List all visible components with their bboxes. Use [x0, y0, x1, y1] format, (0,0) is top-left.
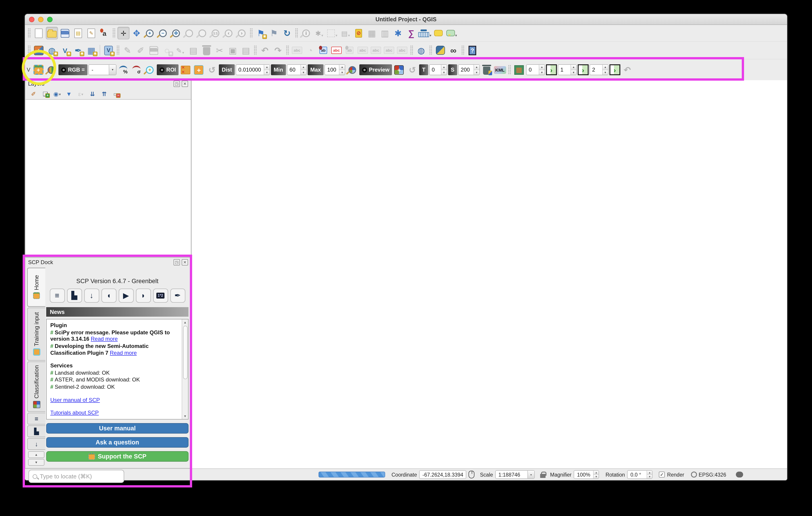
scroll-tabs-up-button[interactable]: ▲ — [28, 451, 45, 458]
step-down-icon[interactable]: ▼ — [301, 70, 306, 75]
lock-scale-icon[interactable] — [540, 474, 546, 478]
chevron-down-icon[interactable]: ▾ — [336, 33, 337, 39]
pan-to-selection-button[interactable]: ✥ — [130, 27, 143, 39]
chevron-down-icon[interactable]: ▾ — [348, 33, 350, 39]
create-roi-polygon-button[interactable]: ✕ ✕ — [180, 63, 192, 76]
toggle-editing-button[interactable]: ✐ — [135, 44, 147, 57]
close-panel-icon[interactable]: ✕ — [182, 81, 188, 87]
float-panel-icon[interactable]: ◳ — [174, 81, 180, 87]
rotate-label-button[interactable]: abc — [383, 44, 395, 57]
transparency-spin[interactable]: 0▲▼ — [429, 64, 447, 75]
chevron-down-icon[interactable]: ▾ — [81, 92, 83, 98]
zoom-native-button[interactable]: 1:1 — [209, 27, 222, 39]
map-tips-button[interactable] — [432, 27, 444, 39]
metasearch-button[interactable]: ◍ — [415, 44, 427, 57]
pan-map-button[interactable]: ✛ — [117, 27, 129, 39]
ask-question-button[interactable]: Ask a question — [46, 437, 188, 448]
redo-preview-button[interactable]: ↺ — [406, 63, 418, 76]
cumulative-stretch-button[interactable]: % — [117, 63, 129, 76]
support-scp-button[interactable]: Support the SCP — [46, 451, 188, 462]
news-link[interactable]: User manual of SCP — [50, 397, 100, 403]
toggle-unplaced-labels-button[interactable]: abc — [330, 44, 343, 57]
preprocessing-button[interactable]: ◖ — [101, 289, 116, 303]
user-manual-button[interactable]: User manual — [46, 423, 188, 433]
size-spin[interactable]: 200▲▼ — [458, 64, 480, 75]
open-layer-styling-icon[interactable]: ✐ — [29, 89, 38, 98]
new-virtual-layer-button[interactable]: V✱ — [103, 44, 115, 57]
filter-by-expression-icon[interactable]: ε▾ — [76, 89, 85, 98]
open-project-button[interactable] — [46, 27, 58, 39]
chevron-down-icon[interactable]: ▾ — [527, 471, 534, 478]
deselect-features-button[interactable]: ⊘ — [352, 27, 365, 39]
max-spin[interactable]: 100▲▼ — [324, 64, 345, 75]
go-band2-button[interactable]: › — [609, 64, 620, 75]
select-features-button[interactable]: ▾ — [326, 27, 339, 39]
filter-legend-icon[interactable]: ▼ — [64, 89, 74, 98]
new-preview-button[interactable]: + — [393, 63, 405, 76]
save-layer-edits-button[interactable] — [148, 44, 160, 57]
processing-toolbox-button[interactable]: ✱ — [392, 27, 404, 39]
zoom-to-selection-button[interactable] — [183, 27, 195, 39]
scroll-down-icon[interactable]: ▼ — [182, 413, 188, 419]
measure-button[interactable]: ▾ — [418, 27, 431, 39]
tab-training-input[interactable]: Training input — [27, 307, 45, 361]
chevron-down-icon[interactable]: ▾ — [321, 33, 323, 39]
script-button[interactable]: ✒ — [170, 289, 185, 303]
step-up-icon[interactable]: ▲ — [301, 65, 306, 70]
zoom-to-layer-button[interactable] — [196, 27, 208, 39]
remove-layer-icon[interactable]: ▭− — [112, 89, 120, 98]
style-manager-button[interactable]: a — [98, 27, 111, 39]
statistical-summary-button[interactable]: ∑ — [405, 27, 417, 39]
stddev-stretch-button[interactable]: σ — [130, 63, 143, 76]
crs-status[interactable]: EPSG:4326 — [699, 472, 726, 477]
processing-history-button[interactable]: ▥ — [379, 27, 391, 39]
delete-temp-button[interactable] — [481, 63, 493, 76]
step-up-icon[interactable]: ▲ — [474, 65, 480, 70]
raster-grid-button[interactable]: ▦ — [513, 63, 525, 76]
news-link[interactable]: Tutorials about SCP — [50, 410, 99, 416]
layer-diagram-button[interactable]: ◔ — [304, 44, 316, 57]
identify-features-button[interactable]: i — [300, 27, 312, 39]
step-down-icon[interactable]: ▼ — [603, 70, 608, 75]
tab-download[interactable]: ↓ — [27, 438, 45, 450]
coordinate-extent-toggle-icon[interactable] — [469, 471, 475, 478]
chevron-down-icon[interactable]: ▾ — [109, 65, 116, 75]
download-products-button[interactable]: ▙ — [67, 289, 82, 303]
add-roi-button[interactable]: + — [193, 63, 205, 76]
vertex-tool-button[interactable]: ✎▾ — [174, 44, 186, 57]
refresh-button[interactable]: ↻ — [281, 27, 293, 39]
band-calc-button[interactable]: ◗ — [136, 289, 151, 303]
float-panel-icon[interactable]: ◳ — [174, 259, 180, 266]
add-feature-button[interactable]: ◌✱ — [161, 44, 173, 57]
zoom-next-button[interactable]: › — [236, 27, 248, 39]
tab-download-products[interactable]: ▙ — [27, 426, 45, 437]
change-label-button[interactable]: abc — [396, 44, 408, 57]
scroll-up-icon[interactable]: ▲ — [182, 320, 188, 325]
locator-input[interactable] — [40, 473, 120, 480]
cut-features-button[interactable]: ✂ — [213, 44, 226, 57]
band2-spin[interactable]: 2▲▼ — [589, 64, 609, 75]
step-down-icon[interactable]: ▼ — [594, 475, 599, 478]
step-up-icon[interactable]: ▲ — [594, 471, 599, 475]
new-spatialite-layer-button[interactable]: ✒✱ — [72, 44, 84, 57]
new-geopackage-layer-button[interactable]: ◍✱ — [46, 44, 58, 57]
close-panel-icon[interactable]: ✕ — [182, 259, 188, 266]
data-source-manager-button[interactable]: + — [33, 44, 45, 57]
dist-spin[interactable]: 0.010000▲▼ — [236, 64, 270, 75]
render-checkbox[interactable]: ✓ — [659, 472, 665, 478]
new-print-layout-button[interactable]: ▤ — [72, 27, 84, 39]
batch-button[interactable]: 1*2 — [153, 289, 168, 303]
chevron-down-icon[interactable]: ▾ — [182, 51, 184, 57]
layers-panel-body[interactable] — [25, 99, 191, 257]
zoom-window-button[interactable] — [47, 17, 53, 22]
chevron-down-icon[interactable]: ▾ — [455, 33, 457, 39]
news-scrollbar[interactable]: ▲ ▼ — [182, 320, 188, 419]
new-annotation-button[interactable]: ▾ — [445, 27, 458, 39]
news-link[interactable]: Read more — [91, 336, 118, 342]
collapse-all-icon[interactable]: ⇈ — [100, 89, 109, 98]
scp-plugin-button[interactable]: + — [32, 63, 45, 76]
run-feature-action-button[interactable]: ✱▾ — [313, 27, 325, 39]
spectral-plot-button[interactable] — [45, 63, 58, 76]
zoom-full-button[interactable]: ✥ — [170, 27, 182, 39]
save-project-button[interactable] — [59, 27, 71, 39]
